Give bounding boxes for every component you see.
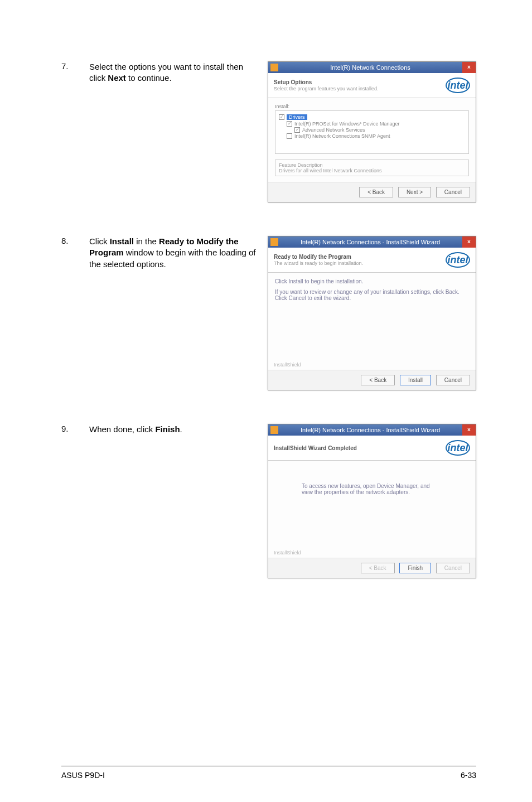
- window-title: Intel(R) Network Connections - InstallSh…: [278, 239, 462, 245]
- finish-button[interactable]: Finish: [399, 563, 431, 573]
- header-subtitle: The wizard is ready to begin installatio…: [274, 260, 363, 266]
- header-title: Setup Options: [274, 79, 379, 85]
- page-footer: ASUS P9D-I 6-33: [61, 766, 476, 780]
- header-title: InstallShield Wizard Completed: [274, 445, 357, 451]
- titlebar: Intel(R) Network Connections - InstallSh…: [268, 236, 476, 248]
- step-7: 7. Select the options you want to instal…: [61, 61, 476, 202]
- tree-item[interactable]: Advanced Network Services: [302, 127, 365, 133]
- footer-right: 6-33: [461, 771, 476, 780]
- titlebar: Intel(R) Network Connections ×: [268, 62, 476, 73]
- next-button[interactable]: Next >: [398, 187, 431, 197]
- titlebar: Intel(R) Network Connections - InstallSh…: [268, 424, 476, 436]
- back-button[interactable]: < Back: [361, 375, 395, 385]
- app-icon: [270, 64, 278, 71]
- screenshot-completed: Intel(R) Network Connections - InstallSh…: [268, 424, 476, 578]
- step-8: 8. Click Install in the Ready to Modify …: [61, 236, 476, 390]
- intel-logo: intel: [446, 78, 470, 93]
- tree-item[interactable]: Intel(R) Network Connections SNMP Agent: [294, 133, 390, 139]
- intel-logo: intel: [446, 252, 470, 268]
- step-number: 9.: [61, 424, 89, 433]
- app-icon: [270, 238, 278, 246]
- checkbox-icon[interactable]: ✓: [294, 127, 300, 133]
- body-line: If you want to review or change any of y…: [275, 289, 469, 301]
- completion-text: To access new features, open Device Mana…: [302, 483, 442, 495]
- feature-tree[interactable]: ✓Drivers ✓Intel(R) PROSet for Windows* D…: [275, 110, 469, 154]
- step-text: Click Install in the Ready to Modify the…: [89, 236, 268, 270]
- install-button[interactable]: Install: [400, 375, 431, 385]
- step-number: 7.: [61, 61, 89, 71]
- installshield-label: InstallShield: [268, 362, 476, 370]
- checkbox-icon[interactable]: ✓: [279, 114, 284, 120]
- cancel-button: Cancel: [436, 563, 470, 573]
- close-icon[interactable]: ×: [462, 62, 476, 73]
- header-subtitle: Select the program features you want ins…: [274, 86, 379, 91]
- installshield-label: InstallShield: [268, 550, 476, 558]
- feature-description: Feature Description Drivers for all wire…: [275, 160, 469, 176]
- tree-item-drivers[interactable]: Drivers: [287, 114, 307, 120]
- intel-logo: intel: [446, 440, 470, 456]
- back-button[interactable]: < Back: [359, 187, 393, 197]
- app-icon: [270, 426, 278, 434]
- screenshot-setup-options: Intel(R) Network Connections × Setup Opt…: [268, 61, 476, 202]
- dialog-header: InstallShield Wizard Completed intel: [268, 436, 476, 461]
- header-title: Ready to Modify the Program: [274, 254, 363, 260]
- step-text: When done, click Finish.: [89, 424, 268, 435]
- window-title: Intel(R) Network Connections - InstallSh…: [278, 427, 462, 433]
- step-number: 8.: [61, 236, 89, 245]
- cancel-button[interactable]: Cancel: [436, 187, 470, 197]
- cancel-button[interactable]: Cancel: [436, 375, 470, 385]
- close-icon[interactable]: ×: [462, 424, 476, 436]
- checkbox-icon[interactable]: ✓: [287, 121, 292, 127]
- screenshot-ready-modify: Intel(R) Network Connections - InstallSh…: [268, 236, 476, 390]
- dialog-header: Setup Options Select the program feature…: [268, 73, 476, 98]
- close-icon[interactable]: ×: [462, 236, 476, 248]
- checkbox-icon[interactable]: [287, 133, 292, 139]
- window-title: Intel(R) Network Connections: [278, 64, 462, 71]
- back-button: < Back: [361, 563, 395, 573]
- install-label: Install:: [275, 104, 469, 109]
- tree-item[interactable]: Intel(R) PROSet for Windows* Device Mana…: [294, 121, 400, 127]
- footer-left: ASUS P9D-I: [61, 771, 105, 780]
- step-text: Select the options you want to install t…: [89, 61, 268, 84]
- dialog-header: Ready to Modify the Program The wizard i…: [268, 248, 476, 273]
- body-line: Click Install to begin the installation.: [275, 278, 469, 284]
- step-9: 9. When done, click Finish. Intel(R) Net…: [61, 424, 476, 578]
